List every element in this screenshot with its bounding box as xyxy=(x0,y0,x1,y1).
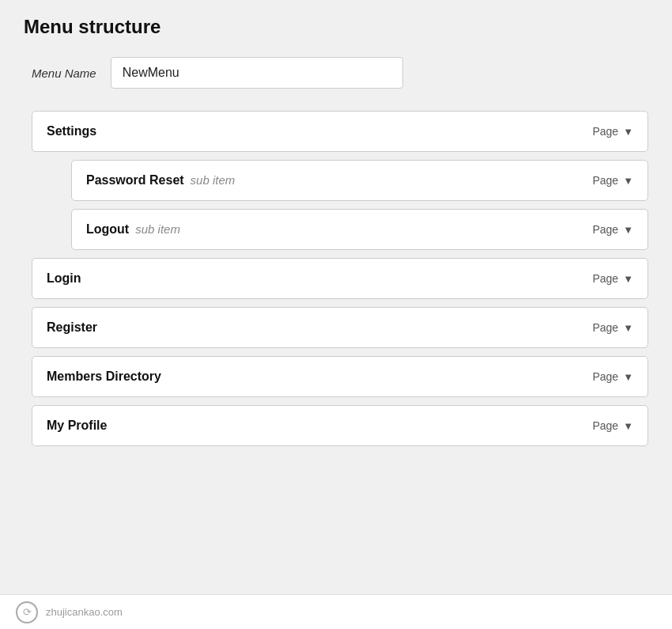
sub-item-tag-logout: sub item xyxy=(135,222,180,236)
dropdown-arrow-login[interactable]: ▼ xyxy=(623,273,633,285)
sub-item-right-logout: Page▼ xyxy=(592,223,633,236)
menu-name-input[interactable] xyxy=(111,57,403,89)
menu-item-members-directory: Members DirectoryPage▼ xyxy=(32,356,648,397)
sub-item-right-password-reset: Page▼ xyxy=(592,174,633,187)
sub-dropdown-arrow-password-reset[interactable]: ▼ xyxy=(623,175,633,187)
sub-item-label-wrap-logout: Logoutsub item xyxy=(86,222,180,237)
bottom-bar: ⟳ zhujicankao.com xyxy=(0,594,672,629)
menu-item-label-register: Register xyxy=(47,320,97,335)
menu-item-right-members-directory: Page▼ xyxy=(592,370,633,383)
bottom-bar-logo-icon: ⟳ xyxy=(16,601,38,623)
sub-dropdown-arrow-logout[interactable]: ▼ xyxy=(623,224,633,236)
bottom-bar-text: zhujicankao.com xyxy=(46,606,123,618)
page-badge-my-profile: Page xyxy=(592,419,618,432)
menu-item-right-settings: Page▼ xyxy=(592,125,633,138)
menu-item-settings: SettingsPage▼ xyxy=(32,111,648,152)
dropdown-arrow-register[interactable]: ▼ xyxy=(623,322,633,334)
sub-item-label-wrap-password-reset: Password Resetsub item xyxy=(86,173,235,188)
menu-item-login: LoginPage▼ xyxy=(32,258,648,299)
menu-item-label-members-directory: Members Directory xyxy=(47,369,161,384)
sub-item-label-password-reset: Password Reset xyxy=(86,173,184,187)
sub-items-group-settings: Password Resetsub itemPage▼Logoutsub ite… xyxy=(71,160,648,250)
page-badge-members-directory: Page xyxy=(592,370,618,383)
menu-item-label-login: Login xyxy=(47,271,81,286)
menu-item-label-my-profile: My Profile xyxy=(47,419,107,433)
dropdown-arrow-members-directory[interactable]: ▼ xyxy=(623,371,633,383)
menu-item-my-profile: My ProfilePage▼ xyxy=(32,405,648,446)
menu-item-right-login: Page▼ xyxy=(592,272,633,285)
sub-page-badge-password-reset: Page xyxy=(592,174,618,187)
sub-item-logout: Logoutsub itemPage▼ xyxy=(71,209,648,250)
sub-item-label-logout: Logout xyxy=(86,222,129,236)
page-badge-register: Page xyxy=(592,321,618,334)
menu-item-right-my-profile: Page▼ xyxy=(592,419,633,432)
sub-item-tag-password-reset: sub item xyxy=(191,173,236,187)
menu-item-right-register: Page▼ xyxy=(592,321,633,334)
page-wrapper: Menu structure Menu Name SettingsPage▼Pa… xyxy=(0,0,672,629)
page-badge-settings: Page xyxy=(592,125,618,138)
page-badge-login: Page xyxy=(592,272,618,285)
menu-item-register: RegisterPage▼ xyxy=(32,307,648,348)
menu-items-container: SettingsPage▼Password Resetsub itemPage▼… xyxy=(24,111,648,454)
dropdown-arrow-my-profile[interactable]: ▼ xyxy=(623,420,633,432)
menu-name-row: Menu Name xyxy=(24,57,648,89)
dropdown-arrow-settings[interactable]: ▼ xyxy=(623,126,633,138)
menu-name-label: Menu Name xyxy=(32,66,96,80)
sub-item-password-reset: Password Resetsub itemPage▼ xyxy=(71,160,648,201)
page-title: Menu structure xyxy=(24,16,648,38)
sub-page-badge-logout: Page xyxy=(592,223,618,236)
menu-item-label-settings: Settings xyxy=(47,124,96,138)
